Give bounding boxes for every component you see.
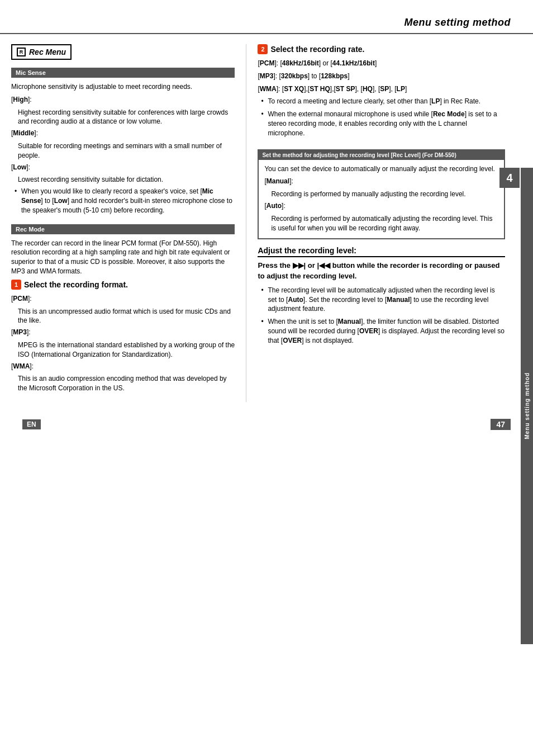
step1-heading: 1 Select the recording format.: [11, 280, 235, 290]
wma-label: [WMA]:: [11, 362, 235, 371]
rec-menu-icon: R: [17, 48, 26, 56]
auto-label: [Auto]:: [264, 201, 498, 211]
page-title: Menu setting method: [404, 17, 511, 28]
middle-label: [Middle]:: [11, 129, 235, 138]
auto-description: Recording is performed by automatically …: [264, 214, 498, 233]
right-col-inner: 2 Select the recording rate. [PCM]: [48k…: [258, 44, 522, 346]
low-description: Lowest recording sensitivity suitable fo…: [11, 175, 235, 185]
page-footer: EN 47: [0, 413, 533, 436]
info-box: Set the method for adjusting the recordi…: [258, 149, 505, 240]
mic-sense-bullet: When you would like to clearly record a …: [11, 187, 235, 215]
step2-circle: 2: [258, 44, 268, 54]
adjust-heading: Adjust the recording level:: [258, 246, 505, 257]
high-label: [High]:: [11, 95, 235, 105]
side-tab-container: Menu setting method: [521, 168, 533, 644]
rec-mode-section: Rec Mode The recorder can record in the …: [11, 224, 235, 393]
high-description: Highest recording sensitivity suitable f…: [11, 108, 235, 127]
step1-circle: 1: [11, 280, 21, 290]
info-box-header: Set the method for adjusting the recordi…: [259, 150, 504, 160]
step2-heading: 2 Select the recording rate.: [258, 44, 505, 54]
page-title-bar: Menu setting method: [0, 11, 533, 34]
info-box-intro: You can set the device to automatically …: [264, 164, 498, 174]
two-col-layout: R Rec Menu Mic Sense Microphone sensitiv…: [0, 44, 533, 402]
manual-description: Recording is performed by manually adjus…: [264, 190, 498, 199]
low-label: [Low]:: [11, 163, 235, 172]
manual-label: [Manual]:: [264, 177, 498, 186]
rec-menu-label: Rec Menu: [29, 48, 66, 56]
pcm-description: This is an uncompressed audio format whi…: [11, 307, 235, 326]
side-tab-text: Menu setting method: [524, 372, 530, 440]
chapter-number: 4: [506, 172, 512, 185]
language-label: EN: [22, 419, 41, 429]
mic-sense-header: Mic Sense: [11, 68, 235, 78]
mp3-label: [MP3]:: [11, 328, 235, 337]
step1-label: Select the recording format.: [24, 280, 128, 289]
mp3-description: MPEG is the international standard estab…: [11, 341, 235, 360]
left-column: R Rec Menu Mic Sense Microphone sensitiv…: [11, 44, 246, 402]
middle-description: Suitable for recording meetings and semi…: [11, 141, 235, 160]
mp3-rate-line: [MP3]: [320kbps] to [128kbps]: [258, 72, 505, 81]
wma-rate-line: [WMA]: [ST XQ],[ST HQ],[ST SP], [HQ], [S…: [258, 84, 505, 94]
adjust-bullet-1: The recording level will be automaticall…: [258, 286, 505, 314]
step2-bullet-2: When the external monaural microphone is…: [258, 110, 505, 138]
pcm-label: [PCM]:: [11, 294, 235, 304]
page-container: Menu setting method R Rec Menu Mic Sense…: [0, 0, 533, 756]
step2-label: Select the recording rate.: [270, 45, 364, 54]
right-column: 2 Select the recording rate. [PCM]: [48k…: [246, 44, 522, 402]
rec-mode-intro: The recorder can record in the linear PC…: [11, 239, 235, 276]
mic-sense-intro: Microphone sensitivity is adjustable to …: [11, 82, 235, 92]
rec-mode-header: Rec Mode: [11, 224, 235, 234]
step2-bullet-1: To record a meeting and lecture clearly,…: [258, 97, 505, 106]
press-heading: Press the ▶▶| or |◀◀ button while the re…: [258, 261, 505, 281]
adjust-bullet-2: When the unit is set to [Manual], the li…: [258, 317, 505, 345]
chapter-box: 4: [499, 168, 520, 188]
rec-menu-box: R Rec Menu: [11, 44, 72, 60]
mic-sense-section: Mic Sense Microphone sensitivity is adju…: [11, 68, 235, 215]
pcm-rate-line: [PCM]: [48kHz/16bit] or [44.1kHz/16bit]: [258, 59, 505, 68]
page-number: 47: [491, 419, 511, 430]
wma-description: This is an audio compression encoding me…: [11, 374, 235, 393]
